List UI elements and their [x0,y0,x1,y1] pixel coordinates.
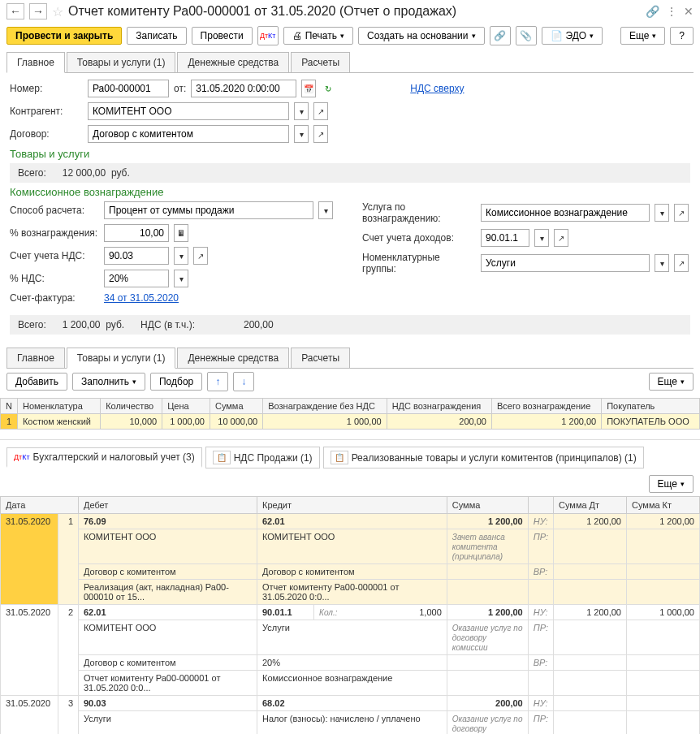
acct-row[interactable]: КОМИТЕНТ ООО КОМИТЕНТ ООО Зачет аванса к… [1,529,700,564]
fill-button[interactable]: Заполнить [72,373,145,391]
vat-rate-label: % НДС: [10,273,99,284]
service-input[interactable] [481,204,650,222]
calendar-icon[interactable]: 📅 [301,80,316,97]
acct-row[interactable]: Отчет комитенту Ра00-000001 от 31.05.202… [1,671,700,696]
contract-label: Договор: [10,128,83,140]
open-icon[interactable]: ↗ [674,254,689,272]
more-button[interactable]: Еще [620,27,665,45]
tab2-money[interactable]: Денежные средства [177,348,289,368]
attach-button[interactable]: 📎 [516,26,537,45]
page-title: Отчет комитенту Ра00-000001 от 31.05.202… [68,4,641,19]
tab-calc[interactable]: Расчеты [291,52,350,72]
tab2-calc[interactable]: Расчеты [291,348,350,368]
acct-row[interactable]: КОМИТЕНТ ООО Услуги Оказание услуг по до… [1,620,700,655]
close-icon[interactable]: ✕ [684,5,694,18]
refresh-icon[interactable]: ↻ [321,80,335,97]
add-button[interactable]: Добавить [6,373,67,391]
acct-more-button[interactable]: Еще [649,475,694,493]
vat-sales-tab[interactable]: 📋 НДС Продажи (1) [205,447,320,468]
tab2-goods[interactable]: Товары и услуги (1) [67,348,176,369]
vat-acct-input[interactable] [104,247,169,265]
dropdown-icon[interactable]: ▾ [534,229,549,247]
method-label: Способ расчета: [10,205,99,216]
realized-tab[interactable]: 📋 Реализованные товары и услуги комитент… [323,447,644,468]
comm-total-label: Всего: [18,319,46,330]
acct-row[interactable]: 31.05.2020 1 76.09 62.01 1 200,00 НУ: 1 … [1,514,700,529]
post-close-button[interactable]: Провести и закрыть [6,27,122,45]
open-icon[interactable]: ↗ [313,102,328,120]
acct-row[interactable]: Реализация (акт, накладная) Ра00-000010 … [1,580,700,605]
create-based-button[interactable]: Создать на основании [358,27,485,45]
dropdown-icon[interactable]: ▾ [655,254,669,272]
acct-tab[interactable]: ДтКт Бухгалтерский и налоговый учет (3) [6,447,202,468]
number-label: Номер: [10,83,83,94]
tab2-main[interactable]: Главное [6,348,65,368]
save-button[interactable]: Записать [127,27,186,45]
kebab-icon[interactable]: ⋮ [666,5,677,18]
dropdown-icon[interactable]: ▾ [294,125,309,143]
vat-rate-input[interactable] [104,270,169,287]
edo-button[interactable]: 📄 ЭДО [542,27,603,45]
commission-section-title: Комиссионное вознаграждение [10,186,690,198]
vat-acct-label: Счет учета НДС: [10,250,99,261]
accounting-table: Дата Дебет Кредит Сумма Сумма Дт Сумма К… [0,496,700,734]
goods-total: 12 000,00 [63,167,106,179]
contract-input[interactable] [88,125,289,143]
move-up-button[interactable]: ↑ [207,372,228,391]
link-icon[interactable]: 🔗 [646,5,659,18]
forward-button[interactable]: → [29,3,47,19]
acct-row[interactable]: Договор с комитентом 20% ВР: [1,655,700,671]
favorite-icon[interactable]: ☆ [52,4,63,19]
open-icon[interactable]: ↗ [554,229,568,247]
goods-more-button[interactable]: Еще [649,373,694,391]
pick-button[interactable]: Подбор [150,373,202,391]
from-label: от: [174,83,186,94]
tab-goods[interactable]: Товары и услуги (1) [67,52,176,72]
help-button[interactable]: ? [670,27,694,45]
invoice-link[interactable]: 34 от 31.05.2020 [104,292,179,304]
acct-row[interactable]: Договор с комитентом Договор с комитенто… [1,564,700,580]
link-button[interactable]: 🔗 [490,26,511,45]
nom-group-label: Номенклатурные группы: [362,252,476,274]
service-label: Услуга по вознаграждению: [362,201,476,224]
acct-row[interactable]: 31.05.2020 2 62.01 90.01.1Кол.: 1,000 1 … [1,605,700,620]
dropdown-icon[interactable]: ▾ [294,102,309,120]
print-button[interactable]: 🖨 Печать [283,27,353,45]
dtkt-button[interactable]: ДтКт [257,26,279,45]
acct-row[interactable]: Услуги Налог (взносы): начислено / уплач… [1,711,700,735]
dropdown-icon[interactable]: ▾ [174,270,188,287]
date-input[interactable] [191,80,296,97]
income-acct-input[interactable] [481,229,529,247]
invoice-label: Счет-фактура: [10,292,99,304]
goods-section-title: Товары и услуги [10,148,690,160]
dropdown-icon[interactable]: ▾ [318,201,333,219]
tab-main[interactable]: Главное [6,52,65,73]
goods-total-label: Всего: [18,167,46,179]
acct-row[interactable]: 31.05.2020 3 90.03 68.02 200,00 НУ: [1,696,700,711]
tab-money[interactable]: Денежные средства [177,52,289,72]
goods-table: N Номенклатура Количество Цена Сумма Воз… [0,398,700,430]
table-row[interactable]: 1 Костюм женский 10,000 1 000,00 10 000,… [1,414,700,430]
percent-input[interactable] [104,224,169,242]
calc-icon[interactable]: 🖩 [174,224,188,242]
contragent-label: Контрагент: [10,106,83,117]
post-button[interactable]: Провести [192,27,253,45]
method-input[interactable] [104,201,313,219]
open-icon[interactable]: ↗ [674,204,689,222]
contragent-input[interactable] [88,102,289,120]
vat-mode-link[interactable]: НДС сверху [410,83,464,94]
dropdown-icon[interactable]: ▾ [174,247,188,265]
percent-label: % вознаграждения: [10,227,99,239]
move-down-button[interactable]: ↓ [233,372,254,391]
open-icon[interactable]: ↗ [193,247,208,265]
back-button[interactable]: ← [6,3,24,19]
open-icon[interactable]: ↗ [313,125,328,143]
dropdown-icon[interactable]: ▾ [655,204,669,222]
income-acct-label: Счет учета доходов: [362,232,476,244]
number-input[interactable] [88,80,169,97]
nom-group-input[interactable] [481,254,650,272]
